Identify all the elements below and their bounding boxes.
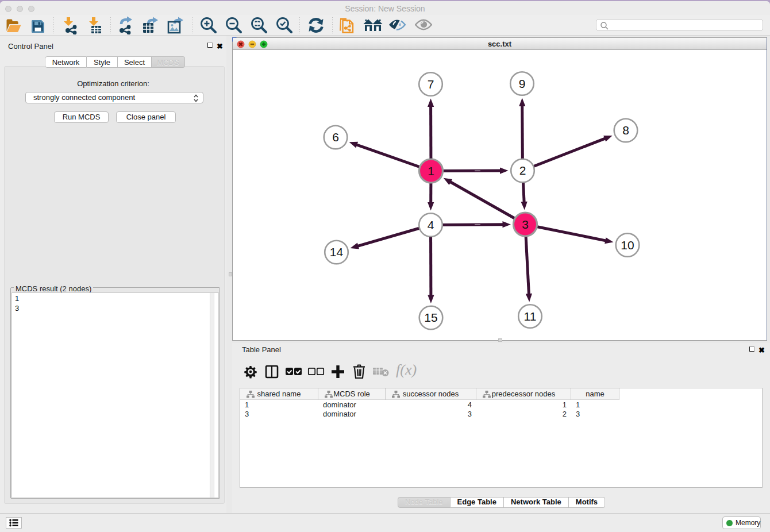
svg-text:14: 14: [330, 245, 344, 259]
svg-text:9: 9: [519, 77, 526, 90]
svg-text:1: 1: [428, 164, 434, 178]
svg-text:10: 10: [621, 238, 634, 252]
svg-text:3: 3: [522, 218, 529, 231]
svg-text:2: 2: [519, 164, 526, 177]
svg-text:4: 4: [428, 218, 434, 232]
svg-text:11: 11: [524, 310, 537, 323]
svg-text:15: 15: [424, 311, 437, 324]
svg-text:8: 8: [622, 124, 629, 137]
svg-text:7: 7: [428, 78, 434, 91]
svg-text:6: 6: [332, 130, 339, 144]
